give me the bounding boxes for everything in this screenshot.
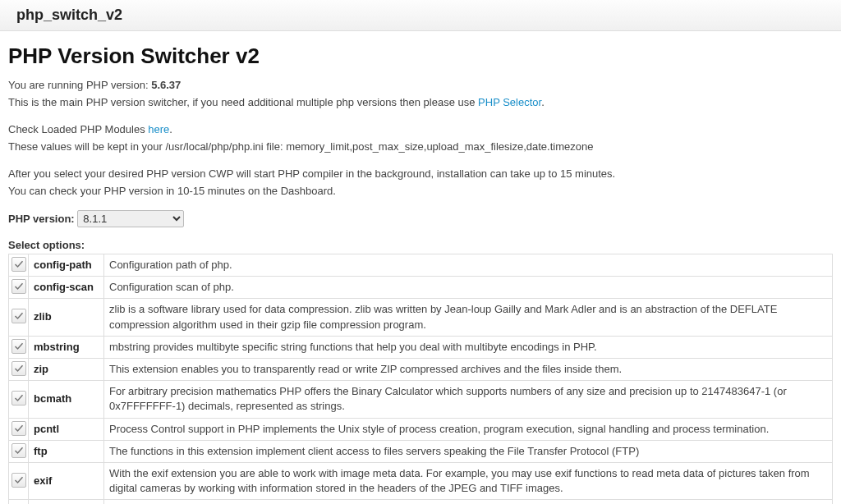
option-desc: zlib is a software library used for data… (104, 299, 833, 336)
option-toggle-zip[interactable] (11, 361, 26, 376)
table-row: config-scanConfiguration scan of php. (9, 277, 833, 299)
option-name: mbstring (29, 336, 104, 358)
option-toggle-exif[interactable] (11, 473, 26, 488)
option-name: zlib (29, 299, 104, 336)
option-desc: Process Control support in PHP implement… (104, 418, 833, 440)
option-desc: For arbitrary precision mathematics PHP … (104, 381, 833, 418)
select-options-label: Select options: (8, 239, 833, 251)
check-icon (14, 393, 24, 403)
kept-values-line: These values will be kept in your /usr/l… (8, 139, 833, 155)
check-icon (14, 446, 24, 456)
options-table: config-pathConfiguration path of php.con… (8, 254, 833, 504)
table-row: mbstringmbstring provides multibyte spec… (9, 336, 833, 358)
option-toggle-bcmath[interactable] (11, 391, 26, 405)
check-modules-prefix: Check Loaded PHP Modules (8, 123, 148, 135)
option-toggle-ftp[interactable] (11, 443, 26, 458)
option-toggle-zlib[interactable] (11, 309, 26, 323)
option-desc: The calendar extension presents a series… (104, 500, 833, 504)
option-desc: Configuration scan of php. (104, 277, 833, 299)
check-icon (14, 341, 24, 351)
option-name: config-path (29, 254, 104, 277)
check-icon (14, 364, 24, 373)
check-modules-line: Check Loaded PHP Modules here. (8, 121, 833, 138)
php-version-label: PHP version: (8, 213, 75, 225)
option-desc: Configuration path of php. (104, 254, 833, 277)
table-row: config-pathConfiguration path of php. (9, 254, 833, 277)
main-switch-text: This is the main PHP version switcher, i… (8, 96, 478, 108)
check-cell (9, 254, 29, 277)
check-cell (9, 462, 29, 499)
check-cell (9, 381, 29, 418)
php-selector-link[interactable]: PHP Selector (478, 96, 541, 108)
check-cell (9, 500, 29, 504)
check-icon (14, 282, 24, 291)
table-row: zipThis extension enables you to transpa… (9, 358, 833, 380)
intro: You are running PHP version: 5.6.37 This… (8, 77, 833, 199)
table-row: pcntlProcess Control support in PHP impl… (9, 418, 833, 440)
check-cell (9, 358, 29, 380)
check-modules-link[interactable]: here (148, 123, 169, 135)
header-title: php_switch_v2 (16, 7, 825, 24)
option-toggle-config-scan[interactable] (11, 279, 26, 294)
running-prefix: You are running PHP version: (8, 79, 151, 91)
option-name: exif (29, 462, 104, 499)
option-name: pcntl (29, 418, 104, 440)
php-version-select[interactable]: 8.1.1 (77, 210, 184, 227)
compiler-note: After you select your desired PHP versio… (8, 166, 833, 182)
option-name: bcmath (29, 381, 104, 418)
check-icon (14, 475, 24, 485)
php-version-row: PHP version: 8.1.1 (8, 210, 833, 227)
period2: . (169, 123, 172, 135)
table-row: exifWith the exif extension you are able… (9, 462, 833, 499)
table-row: zlibzlib is a software library used for … (9, 299, 833, 336)
check-cell (9, 299, 29, 336)
check-version-note: You can check your PHP version in 10-15 … (8, 183, 833, 199)
period: . (541, 96, 545, 108)
content: PHP Version Switcher v2 You are running … (0, 31, 841, 504)
option-desc: The functions in this extension implemen… (104, 440, 833, 462)
option-toggle-pcntl[interactable] (11, 421, 26, 436)
option-desc: mbstring provides multibyte specific str… (104, 336, 833, 358)
check-cell (9, 418, 29, 440)
option-name: calendar (29, 500, 104, 504)
header-bar: php_switch_v2 (0, 0, 841, 31)
table-row: calendarThe calendar extension presents … (9, 500, 833, 504)
running-version-line: You are running PHP version: 5.6.37 (8, 77, 833, 94)
table-row: ftpThe functions in this extension imple… (9, 440, 833, 462)
main-switch-line: This is the main PHP version switcher, i… (8, 94, 833, 111)
option-desc: This extension enables you to transparen… (104, 358, 833, 380)
option-desc: With the exif extension you are able to … (104, 462, 833, 499)
check-cell (9, 277, 29, 299)
check-icon (14, 424, 24, 433)
check-icon (14, 259, 24, 269)
check-cell (9, 336, 29, 358)
option-name: ftp (29, 440, 104, 462)
option-toggle-mbstring[interactable] (11, 339, 26, 354)
page-title: PHP Version Switcher v2 (8, 44, 833, 69)
check-cell (9, 440, 29, 462)
check-icon (14, 311, 24, 321)
option-name: zip (29, 358, 104, 380)
table-row: bcmathFor arbitrary precision mathematic… (9, 381, 833, 418)
option-name: config-scan (29, 277, 104, 299)
running-version: 5.6.37 (151, 79, 181, 91)
option-toggle-config-path[interactable] (11, 257, 26, 272)
